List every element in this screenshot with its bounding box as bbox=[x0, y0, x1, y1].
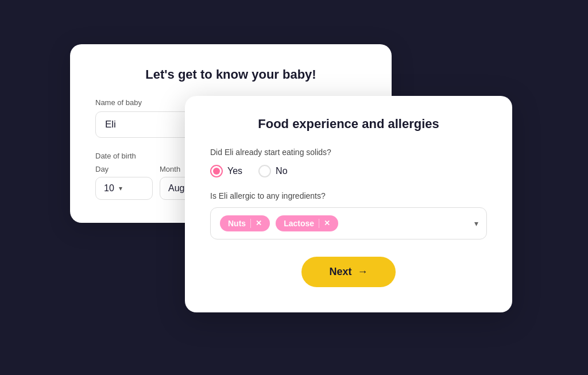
nuts-tag-label: Nuts bbox=[228, 219, 246, 228]
next-button-label: Next bbox=[329, 266, 351, 278]
allergy-input-box[interactable]: Nuts ✕ Lactose ✕ ▾ bbox=[210, 207, 487, 239]
day-label: Day bbox=[95, 165, 153, 173]
eating-radio-group: Yes No bbox=[210, 165, 487, 177]
no-option[interactable]: No bbox=[258, 165, 287, 177]
day-field: Day 10 ▾ bbox=[95, 165, 153, 200]
yes-radio-circle[interactable] bbox=[210, 165, 223, 177]
next-button[interactable]: Next → bbox=[301, 257, 395, 287]
front-card-title: Food experience and allergies bbox=[210, 117, 487, 132]
no-label: No bbox=[276, 166, 287, 176]
no-radio-circle[interactable] bbox=[258, 165, 271, 177]
eating-question: Did Eli already start eating solids? bbox=[210, 148, 487, 157]
lactose-divider bbox=[319, 219, 319, 228]
allergy-question: Is Eli allergic to any ingredients? bbox=[210, 191, 487, 200]
yes-option[interactable]: Yes bbox=[210, 165, 242, 177]
yes-label: Yes bbox=[227, 166, 242, 176]
lactose-tag: Lactose ✕ bbox=[276, 215, 338, 231]
lactose-remove-icon[interactable]: ✕ bbox=[324, 219, 330, 227]
day-chevron-icon: ▾ bbox=[119, 184, 122, 192]
nuts-tag: Nuts ✕ bbox=[220, 215, 270, 231]
allergy-chevron-icon[interactable]: ▾ bbox=[474, 219, 478, 228]
nuts-remove-icon[interactable]: ✕ bbox=[256, 219, 262, 227]
lactose-tag-label: Lactose bbox=[284, 219, 314, 228]
food-allergy-card: Food experience and allergies Did Eli al… bbox=[185, 96, 512, 312]
back-card-title: Let's get to know your baby! bbox=[95, 67, 366, 82]
nuts-divider bbox=[250, 219, 251, 228]
day-select[interactable]: 10 ▾ bbox=[95, 177, 153, 200]
next-arrow-icon: → bbox=[358, 266, 368, 278]
day-value: 10 bbox=[104, 183, 114, 194]
